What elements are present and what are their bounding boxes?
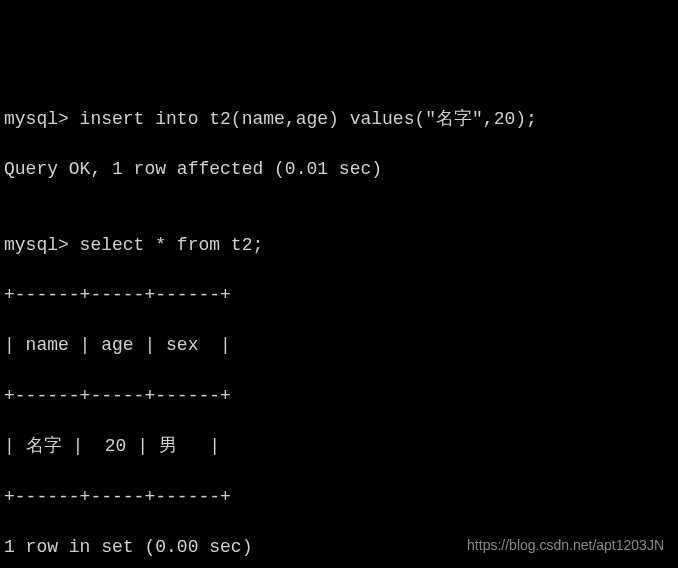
watermark-text: https://blog.csdn.net/apt1203JN [467, 536, 664, 556]
table-border: +------+-----+------+ [4, 485, 674, 510]
terminal-line: mysql> insert into t2(name,age) values("… [4, 107, 674, 132]
terminal-line: mysql> select * from t2; [4, 233, 674, 258]
terminal-line: Query OK, 1 row affected (0.01 sec) [4, 157, 674, 182]
table-border: +------+-----+------+ [4, 384, 674, 409]
table-border: +------+-----+------+ [4, 283, 674, 308]
table-header: | name | age | sex | [4, 333, 674, 358]
table-row: | 名字 | 20 | 男 | [4, 434, 674, 459]
